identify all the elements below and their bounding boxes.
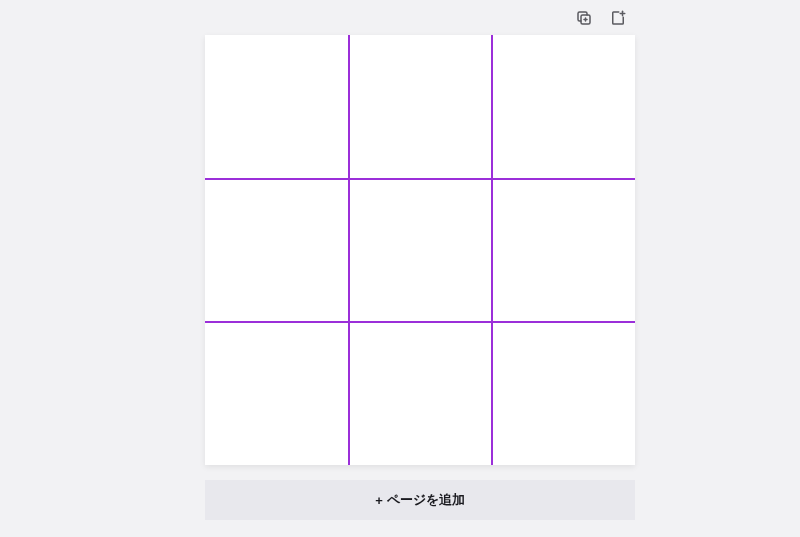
canvas-wrapper — [205, 35, 635, 465]
duplicate-icon — [575, 9, 593, 31]
add-page-label: ページを追加 — [387, 491, 465, 509]
add-page-button[interactable]: + ページを追加 — [205, 480, 635, 520]
add-page-icon — [609, 9, 627, 31]
plus-icon: + — [375, 493, 383, 508]
grid-line-vertical — [491, 35, 493, 465]
canvas-toolbar — [572, 8, 630, 32]
duplicate-button[interactable] — [572, 8, 596, 32]
design-canvas[interactable] — [205, 35, 635, 465]
grid-line-horizontal — [205, 178, 635, 180]
grid-line-horizontal — [205, 321, 635, 323]
new-page-button[interactable] — [606, 8, 630, 32]
grid-line-vertical — [348, 35, 350, 465]
